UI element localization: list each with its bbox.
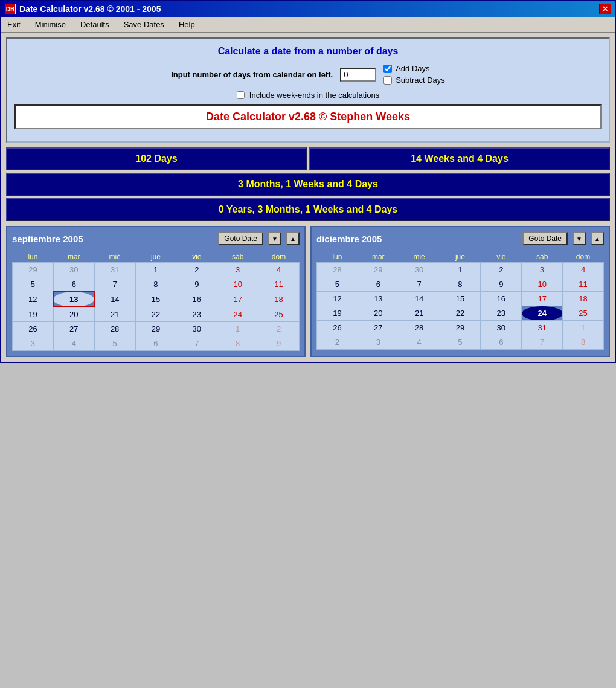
cal-left-prev[interactable]: ▼ (268, 232, 281, 245)
list-item[interactable]: 30 (399, 263, 440, 277)
list-item[interactable]: 3 (217, 263, 258, 277)
cal-right-next[interactable]: ▲ (591, 232, 604, 245)
list-item[interactable]: 25 (258, 307, 300, 322)
list-item[interactable]: 13 (53, 292, 94, 307)
list-item[interactable]: 11 (258, 277, 300, 292)
close-button[interactable]: ✕ (599, 4, 611, 14)
list-item[interactable]: 2 (176, 263, 217, 277)
list-item[interactable]: 16 (481, 292, 522, 306)
list-item[interactable]: 5 (317, 277, 358, 292)
list-item[interactable]: 4 (258, 263, 300, 277)
add-days-checkbox[interactable] (383, 65, 392, 73)
list-item[interactable]: 14 (399, 292, 440, 306)
list-item[interactable]: 17 (217, 292, 258, 307)
list-item[interactable]: 22 (135, 307, 176, 322)
list-item[interactable]: 29 (440, 321, 481, 335)
list-item[interactable]: 21 (94, 307, 135, 322)
list-item[interactable]: 6 (53, 277, 94, 292)
list-item[interactable]: 4 (399, 335, 440, 350)
list-item[interactable]: 1 (563, 321, 604, 335)
menu-help[interactable]: Help (176, 19, 197, 30)
list-item[interactable]: 26 (317, 321, 358, 335)
cal-right-goto[interactable]: Goto Date (522, 232, 568, 245)
cal-left-goto[interactable]: Goto Date (218, 232, 263, 245)
list-item[interactable]: 20 (358, 306, 399, 321)
list-item[interactable]: 11 (563, 277, 604, 292)
list-item[interactable]: 6 (481, 335, 522, 350)
list-item[interactable]: 5 (13, 277, 54, 292)
list-item[interactable]: 25 (563, 306, 604, 321)
list-item[interactable]: 27 (53, 322, 94, 336)
list-item[interactable]: 27 (358, 321, 399, 335)
list-item[interactable]: 1 (135, 263, 176, 277)
list-item[interactable]: 15 (440, 292, 481, 306)
list-item[interactable]: 2 (258, 322, 300, 336)
list-item[interactable]: 4 (53, 336, 94, 351)
list-item[interactable]: 13 (358, 292, 399, 306)
list-item[interactable]: 6 (358, 277, 399, 292)
list-item[interactable]: 23 (481, 306, 522, 321)
list-item[interactable]: 4 (563, 263, 604, 277)
list-item[interactable]: 18 (563, 292, 604, 306)
list-item[interactable]: 28 (317, 263, 358, 277)
list-item[interactable]: 16 (176, 292, 217, 307)
list-item[interactable]: 18 (258, 292, 300, 307)
list-item[interactable]: 8 (135, 277, 176, 292)
list-item[interactable]: 8 (563, 335, 604, 350)
list-item[interactable]: 5 (440, 335, 481, 350)
list-item[interactable]: 2 (481, 263, 522, 277)
list-item[interactable]: 14 (94, 292, 135, 307)
list-item[interactable]: 12 (13, 292, 54, 307)
list-item[interactable]: 8 (440, 277, 481, 292)
list-item[interactable]: 30 (53, 263, 94, 277)
list-item[interactable]: 3 (522, 263, 563, 277)
list-item[interactable]: 28 (94, 322, 135, 336)
list-item[interactable]: 22 (440, 306, 481, 321)
list-item[interactable]: 29 (358, 263, 399, 277)
list-item[interactable]: 9 (176, 277, 217, 292)
menu-minimise[interactable]: Minimise (33, 19, 68, 30)
list-item[interactable]: 29 (13, 263, 54, 277)
list-item[interactable]: 12 (317, 292, 358, 306)
list-item[interactable]: 26 (13, 322, 54, 336)
list-item[interactable]: 28 (399, 321, 440, 335)
list-item[interactable]: 9 (258, 336, 300, 351)
list-item[interactable]: 7 (94, 277, 135, 292)
list-item[interactable]: 24 (217, 307, 258, 322)
list-item[interactable]: 19 (317, 306, 358, 321)
list-item[interactable]: 31 (522, 321, 563, 335)
list-item[interactable]: 7 (522, 335, 563, 350)
list-item[interactable]: 1 (440, 263, 481, 277)
list-item[interactable]: 31 (94, 263, 135, 277)
menu-save-dates[interactable]: Save Dates (121, 19, 167, 30)
list-item[interactable]: 30 (481, 321, 522, 335)
list-item[interactable]: 3 (13, 336, 54, 351)
list-item[interactable]: 15 (135, 292, 176, 307)
menu-exit[interactable]: Exit (5, 19, 23, 30)
list-item[interactable]: 5 (94, 336, 135, 351)
list-item[interactable]: 17 (522, 292, 563, 306)
list-item[interactable]: 23 (176, 307, 217, 322)
cal-right-prev[interactable]: ▼ (573, 232, 586, 245)
list-item[interactable]: 2 (317, 335, 358, 350)
list-item[interactable]: 3 (358, 335, 399, 350)
menu-defaults[interactable]: Defaults (78, 19, 112, 30)
list-item[interactable]: 7 (399, 277, 440, 292)
list-item[interactable]: 10 (522, 277, 563, 292)
list-item[interactable]: 6 (135, 336, 176, 351)
list-item[interactable]: 1 (217, 322, 258, 336)
list-item[interactable]: 19 (13, 307, 54, 322)
list-item[interactable]: 24 (522, 306, 563, 321)
subtract-days-checkbox[interactable] (383, 76, 392, 85)
list-item[interactable]: 8 (217, 336, 258, 351)
list-item[interactable]: 7 (176, 336, 217, 351)
days-input[interactable] (340, 68, 376, 82)
list-item[interactable]: 21 (399, 306, 440, 321)
list-item[interactable]: 9 (481, 277, 522, 292)
cal-left-next[interactable]: ▲ (286, 232, 300, 245)
list-item[interactable]: 10 (217, 277, 258, 292)
weekends-checkbox[interactable] (237, 91, 245, 99)
list-item[interactable]: 29 (135, 322, 176, 336)
list-item[interactable]: 30 (176, 322, 217, 336)
list-item[interactable]: 20 (53, 307, 94, 322)
